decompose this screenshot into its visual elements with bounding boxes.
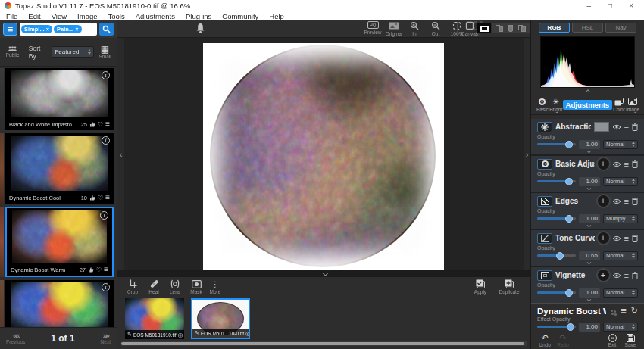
visibility-eye-icon[interactable]	[612, 124, 621, 130]
delete-trash-icon[interactable]	[632, 123, 638, 131]
favorite-heart-icon[interactable]: ♡	[98, 121, 103, 128]
menu-plugins[interactable]: Plug-ins	[186, 12, 211, 20]
tab-bright[interactable]: ☀ Bright	[549, 97, 563, 112]
menu-image[interactable]: Image	[77, 12, 97, 20]
tab-hsl[interactable]: HSL	[572, 23, 603, 33]
opacity-value[interactable]: 1.00	[579, 288, 600, 298]
search-tag[interactable]: Simpl...×	[21, 25, 52, 33]
basic-adjustment-icon[interactable]	[537, 159, 552, 170]
blend-mode-select[interactable]: Multiply	[603, 214, 638, 223]
filmstrip-scrollbar[interactable]	[120, 341, 527, 346]
add-to-preset-button[interactable]: +	[598, 270, 609, 281]
sort-select[interactable]: Featured	[52, 46, 94, 58]
blend-mode-select[interactable]: Normal	[603, 177, 638, 186]
apply-button[interactable]: Apply	[471, 279, 489, 294]
preset-card-black-and-white-impasto[interactable]: i Black and White Impasto 25 ♡ ≡	[5, 68, 114, 130]
mask-tool-button[interactable]: Mask	[187, 279, 205, 294]
options-menu-icon[interactable]: ≡	[624, 123, 629, 131]
effect-menu-icon[interactable]: ≡	[621, 307, 627, 315]
collection-dots-icon[interactable]	[611, 310, 613, 312]
menu-edit[interactable]: Edit	[28, 12, 40, 20]
crop-tool-button[interactable]: Crop	[123, 279, 142, 294]
info-icon[interactable]: i	[102, 71, 110, 79]
preset-card-dynamic-boost-warm-selected[interactable]: i Dynamic Boost Warm 27 ♡ ≡	[5, 207, 114, 277]
opacity-value[interactable]: 0.65	[579, 251, 600, 260]
opacity-value[interactable]: 1.00	[579, 140, 600, 149]
preset-card-partial[interactable]: i	[5, 280, 114, 327]
public-filter-button[interactable]: Public	[4, 46, 21, 58]
original-toggle[interactable]: Original	[385, 21, 403, 36]
split-view-button[interactable]	[496, 25, 504, 32]
lens-tool-button[interactable]: Lens	[166, 279, 184, 294]
add-to-preset-button[interactable]: +	[598, 158, 609, 170]
heal-tool-button[interactable]: Heal	[145, 279, 163, 294]
favorite-heart-icon[interactable]: ♡	[96, 266, 102, 273]
collapse-left-panel-handle[interactable]: ‹	[117, 38, 124, 270]
options-menu-icon[interactable]: ≡	[624, 272, 629, 279]
expand-chevron-icon[interactable]	[537, 260, 638, 266]
favorite-heart-icon[interactable]: ♡	[98, 195, 103, 201]
next-page-button[interactable]: »» Next	[101, 332, 111, 344]
canvas-toggle[interactable]: Canvas	[461, 21, 479, 36]
vignette-icon[interactable]	[537, 270, 552, 281]
tab-color[interactable]: Color	[612, 97, 626, 112]
tab-rgb[interactable]: RGB	[539, 23, 570, 33]
filmstrip-thumbnail[interactable]: ✎ EOS M50181910.tif ◎	[125, 298, 184, 339]
search-button[interactable]	[99, 23, 114, 36]
preset-menu-icon[interactable]: ≡	[105, 195, 110, 201]
collapse-histogram-chevron-icon[interactable]	[531, 88, 644, 95]
opacity-slider[interactable]	[537, 180, 576, 182]
zoom-in-button[interactable]: In	[405, 21, 424, 36]
preview-toggle[interactable]: HQ Preview	[364, 21, 382, 36]
visibility-eye-icon[interactable]	[612, 235, 621, 241]
effect-blend-select[interactable]: Normal	[603, 323, 638, 332]
zoom-out-button[interactable]: Out	[427, 21, 445, 36]
delete-trash-icon[interactable]	[632, 272, 638, 279]
options-menu-icon[interactable]: ≡	[624, 198, 629, 205]
opacity-slider[interactable]	[537, 217, 576, 220]
options-menu-icon[interactable]: ≡	[624, 160, 629, 168]
search-tag[interactable]: Pain...×	[54, 25, 81, 33]
reset-icon[interactable]: ↻	[631, 306, 638, 316]
thumbnail-size-button[interactable]: ▦ Small	[97, 45, 113, 59]
edges-icon[interactable]	[537, 196, 552, 207]
edited-image-preview[interactable]	[203, 43, 444, 270]
menu-view[interactable]: View	[52, 12, 67, 20]
scrollbar-thumb[interactable]	[121, 342, 524, 345]
remove-tag-icon[interactable]: ×	[46, 26, 49, 33]
expand-chevron-icon[interactable]	[537, 149, 638, 154]
preset-card-dynamic-boost-cool[interactable]: i Dynamic Boost Cool 10 ♡ ≡	[5, 133, 114, 204]
maximize-button[interactable]: □	[608, 2, 612, 10]
effect-opacity-value[interactable]: 1.00	[579, 323, 600, 332]
preset-menu-icon[interactable]: ≡	[105, 121, 110, 127]
tone-curves-icon[interactable]	[537, 233, 552, 244]
side-by-side-view-button[interactable]	[518, 25, 527, 32]
exit-button[interactable]: × Exit	[605, 334, 620, 347]
close-button[interactable]: ×	[629, 2, 633, 10]
remove-tag-icon[interactable]: ×	[75, 26, 78, 33]
preset-menu-icon[interactable]: ≡	[104, 266, 108, 273]
edit-pencil-icon[interactable]: ✎	[127, 332, 132, 338]
thumbs-up-icon[interactable]	[88, 266, 94, 273]
search-input[interactable]: Simpl...× Pain...×	[20, 23, 97, 36]
expand-chevron-icon[interactable]	[537, 223, 638, 229]
info-icon[interactable]: i	[102, 136, 110, 145]
blend-mode-select[interactable]: Normal	[603, 251, 638, 260]
save-button[interactable]: Save	[623, 334, 638, 347]
visibility-eye-icon[interactable]	[612, 273, 621, 279]
opacity-value[interactable]: 1.00	[579, 214, 600, 223]
duplicate-button[interactable]: Duplicate	[497, 279, 521, 294]
tab-image[interactable]: Image	[626, 97, 639, 112]
blend-mode-select[interactable]: Normal	[603, 288, 638, 298]
collapse-right-panel-handle[interactable]: ›	[524, 38, 530, 270]
undo-button[interactable]: ↶ Undo	[537, 334, 552, 347]
blend-mode-select[interactable]: Normal	[603, 140, 638, 149]
target-indicator-icon[interactable]: ◎	[178, 332, 183, 338]
redo-button[interactable]: ↷ Redo	[555, 334, 571, 347]
single-view-button[interactable]	[477, 23, 491, 33]
expand-chevron-icon[interactable]	[537, 298, 638, 303]
opacity-slider[interactable]	[537, 254, 576, 257]
more-tools-button[interactable]: ⋮ More	[208, 279, 222, 294]
visibility-eye-icon[interactable]	[612, 198, 621, 204]
abstraction-icon[interactable]	[537, 122, 552, 132]
